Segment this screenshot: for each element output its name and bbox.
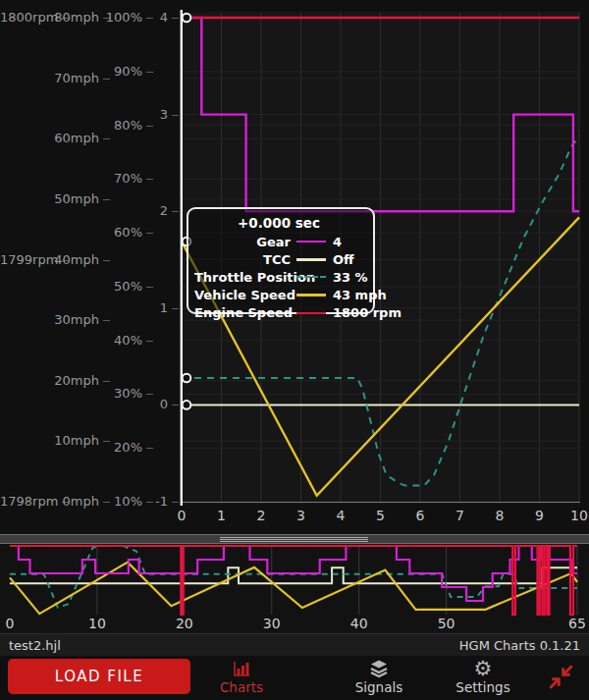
overview-canvas[interactable] [0,544,589,617]
tick-label: 0 [0,616,27,631]
tick-label: 30 [255,616,289,631]
overview-chart[interactable]: 0102030405065 [0,544,589,632]
vehicle-speed-swatch [296,294,326,296]
engine-speed-swatch [296,312,326,315]
tick-label: 5 [364,508,398,523]
tick-label: 20 [168,616,201,631]
tab-signals-label: Signals [355,679,403,695]
tab-charts[interactable]: Charts [206,658,277,695]
tick-label: 9 [523,508,557,523]
tick-label: 0 [165,508,198,523]
app-version: HGM Charts 0.1.21 [459,638,580,653]
tick-label: 7 [444,508,477,523]
main-chart[interactable]: 1800rpm1799rpm1798rpm 80mph70mph60mph50m… [0,0,589,530]
cursor-marker [183,374,191,383]
gear-icon: ⚙ [474,658,493,679]
bottom-toolbar: LOAD FILE Charts Signals ⚙ Settings [0,656,589,700]
layers-icon [369,658,389,679]
tick-label: 3 [285,508,318,523]
tick-label: 1 [205,508,239,523]
tcc-swatch [296,258,326,261]
cursor-marker [183,401,191,409]
tick-label: 10 [562,508,589,523]
overview-time-axis: 0102030405065 [0,616,589,631]
bar-chart-icon [232,658,251,679]
tooltip-row-gear: Gear 4 [194,233,363,250]
tooltip-row-throttle: Throttle Position 33 % [194,268,363,286]
tooltip-time: +0.000 sec [194,213,363,233]
series-gear [10,546,577,601]
loaded-filename: test2.hjl [9,638,61,653]
tick-label: 50 [430,616,463,631]
tick-label: 2 [244,508,278,523]
tick-label: 10 [80,616,114,631]
status-bar: test2.hjl HGM Charts 0.1.21 [0,633,589,656]
tooltip-row-speed: Vehicle Speed 43 mph [194,287,363,304]
tab-charts-label: Charts [220,679,263,695]
collapse-arrows-icon[interactable] [547,663,575,691]
tab-settings-label: Settings [455,679,509,695]
tick-label: 40 [343,616,376,631]
tick-label: 8 [483,508,516,523]
cursor-marker [183,14,191,23]
tab-signals[interactable]: Signals [344,658,414,695]
tick-label: 6 [403,508,437,523]
gear-swatch [296,241,326,243]
tooltip-row-tcc: TCC Off [194,250,363,268]
tick-label: 4 [324,508,357,523]
splitter-grip[interactable] [220,537,368,542]
tooltip-row-engine: Engine Speed 1800 rpm [194,304,363,322]
load-file-button[interactable]: LOAD FILE [8,659,190,694]
time-axis: 012345678910 [0,508,589,523]
tab-settings[interactable]: ⚙ Settings [448,658,518,695]
throttle-swatch [296,276,326,278]
chart-splitter[interactable] [0,534,589,544]
chart-tooltip: +0.000 sec Gear 4 TCC Off Throttle Posit… [187,207,375,314]
tick-label: 65 [561,616,589,631]
